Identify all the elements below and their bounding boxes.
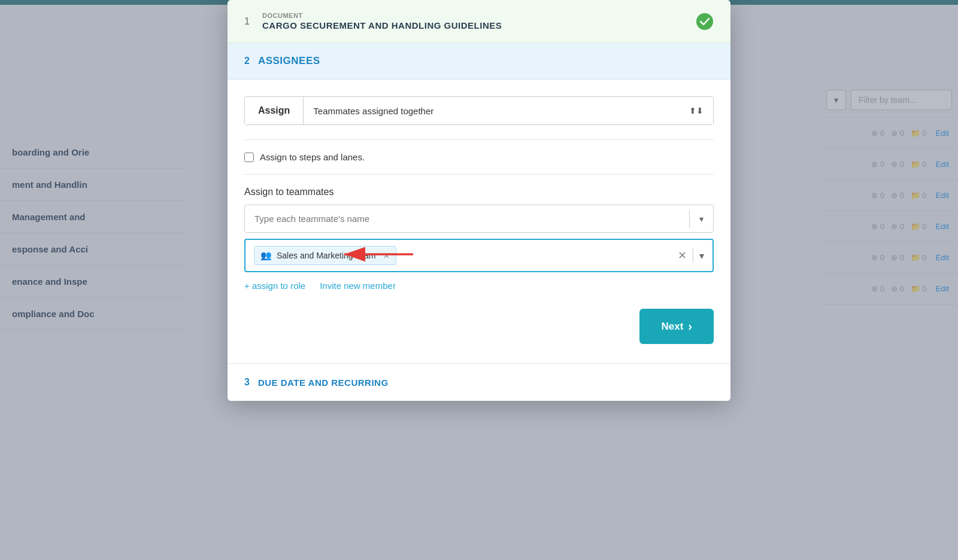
check-circle-icon [696,13,714,31]
step-1-text: DOCUMENT CARGO SECUREMENT AND HANDLING G… [262,12,502,31]
assign-tab[interactable]: Assign [245,97,304,124]
area-dropdown-button[interactable]: ▾ [699,250,704,261]
svg-point-0 [696,13,713,30]
step-1-title: CARGO SECUREMENT AND HANDLING GUIDELINES [262,20,502,31]
modal-dialog: 1 DOCUMENT CARGO SECUREMENT AND HANDLING… [228,0,730,401]
assign-role-link[interactable]: + assign to role [244,281,305,291]
next-button-label: Next [661,321,683,333]
teammates-section-title: Assign to teammates [244,187,714,197]
team-icon: 👥 [260,250,272,261]
step-3-section: 3 DUE DATE AND RECURRING [228,363,730,401]
step-2-content: Assign Teammates assigned together ⬆⬇ As… [228,80,730,363]
dropdown-arrow-icon: ⬆⬇ [689,106,704,115]
links-row: + assign to role Invite new member [244,281,714,291]
assign-steps-checkbox[interactable] [244,153,254,162]
assign-tabs: Assign Teammates assigned together ⬆⬇ [244,96,714,125]
assign-steps-label: Assign to steps and lanes. [260,152,365,162]
next-button[interactable]: Next › [639,309,714,344]
team-tag-area-right: ✕ ▾ [678,248,704,263]
step-2-title: ASSIGNEES [258,55,320,67]
next-button-area: Next › [244,309,714,344]
divider-2 [244,174,714,175]
step-3-title: DUE DATE AND RECURRING [258,378,389,388]
step-3-number: 3 [244,377,250,388]
red-arrow-annotation [332,242,416,269]
search-input[interactable] [245,205,689,232]
step-2-number: 2 [244,56,250,66]
step-1-left: 1 DOCUMENT CARGO SECUREMENT AND HANDLING… [244,12,502,31]
clear-all-button[interactable]: ✕ [678,249,687,262]
search-input-wrapper[interactable]: ▾ [244,205,714,233]
team-tag-area: 👥 Sales and Marketing Team ✕ [244,239,714,272]
assign-dropdown[interactable]: Teammates assigned together ⬆⬇ [304,97,713,124]
search-dropdown-button[interactable]: ▾ [690,206,713,232]
next-chevron-icon: › [688,319,692,333]
divider-1 [244,139,714,140]
step-2-header: 2 ASSIGNEES [228,43,730,80]
modal-overlay: 1 DOCUMENT CARGO SECUREMENT AND HANDLING… [0,0,958,560]
step-1-section: 1 DOCUMENT CARGO SECUREMENT AND HANDLING… [228,0,730,43]
invite-new-member-link[interactable]: Invite new member [320,281,396,291]
checkbox-row[interactable]: Assign to steps and lanes. [244,152,714,162]
assign-dropdown-label: Teammates assigned together [313,106,433,116]
step-1-label: DOCUMENT [262,12,502,19]
area-divider [693,248,693,263]
step-1-number: 1 [244,16,254,27]
